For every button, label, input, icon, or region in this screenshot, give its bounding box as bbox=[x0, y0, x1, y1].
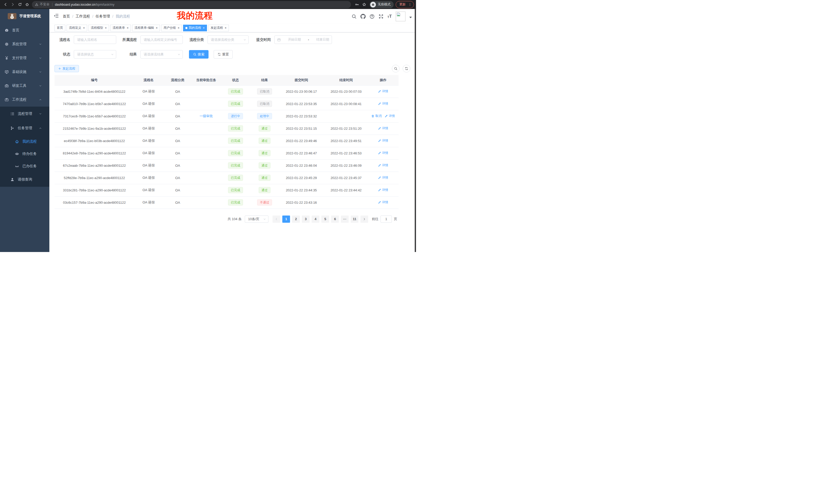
pagination-page-button[interactable]: 6 bbox=[331, 216, 339, 223]
cell-submit-time: 2022-01-22 23:44:35 bbox=[278, 184, 324, 196]
pagination-ellipsis[interactable]: ··· bbox=[341, 216, 349, 223]
detail-link[interactable]: 详情 bbox=[378, 138, 388, 143]
table-refresh-button[interactable] bbox=[402, 65, 410, 73]
cell-end-time: 2022-01-22 23:44:42 bbox=[324, 184, 368, 196]
detail-link[interactable]: 详情 bbox=[378, 102, 388, 106]
process-category-select[interactable]: 请选择流程分类 bbox=[207, 35, 249, 44]
edit-icon bbox=[378, 151, 381, 155]
detail-link[interactable]: 详情 bbox=[378, 126, 388, 131]
pagination-page-button[interactable]: 5 bbox=[321, 216, 329, 223]
pagination-prev-button[interactable] bbox=[272, 216, 280, 223]
help-icon[interactable] bbox=[369, 14, 374, 19]
search-button[interactable]: 搜索 bbox=[189, 50, 209, 59]
table-row: 2152467e-7b9b-11ec-9a1b-acde48001122OA 请… bbox=[54, 122, 398, 135]
avatar[interactable] bbox=[396, 11, 406, 21]
action-label: 详情 bbox=[382, 138, 388, 143]
sidebar-item-process-management[interactable]: 流程管理 bbox=[0, 107, 49, 121]
process-name-input[interactable] bbox=[74, 35, 116, 44]
detail-link[interactable]: 详情 bbox=[378, 200, 388, 204]
search-icon[interactable] bbox=[352, 14, 357, 19]
tab-user-group[interactable]: 用户分组× bbox=[161, 25, 182, 31]
app-logo[interactable]: 芋道管理系统 bbox=[0, 9, 49, 23]
result-select[interactable]: 请选择流结果 bbox=[140, 50, 183, 59]
cell-process-id: 03c6c157-7b9a-11ec-a290-acde48001122 bbox=[54, 196, 134, 208]
update-button[interactable]: 更新 bbox=[396, 1, 414, 8]
reset-button[interactable]: 重置 bbox=[214, 50, 233, 59]
password-key-button[interactable] bbox=[354, 1, 360, 8]
tab-close-icon[interactable]: × bbox=[178, 26, 179, 30]
start-process-button[interactable]: 发起流程 bbox=[54, 65, 79, 72]
github-icon[interactable] bbox=[361, 14, 366, 19]
navbar-actions: TT bbox=[352, 11, 412, 21]
detail-link[interactable]: 详情 bbox=[378, 151, 388, 155]
detail-link[interactable]: 详情 bbox=[378, 188, 388, 192]
cell-process-name: OA 请假 bbox=[134, 196, 163, 208]
page-size-select[interactable]: 10条/页 bbox=[245, 216, 268, 223]
scrollbar[interactable] bbox=[415, 9, 416, 252]
goto-page-input[interactable] bbox=[381, 216, 392, 223]
tab-close-icon[interactable]: × bbox=[105, 26, 107, 30]
address-bar[interactable]: 不安全 dashboard.yudao.iocoder.cn /bpm/task… bbox=[32, 1, 351, 8]
result-badge: 通过 bbox=[259, 138, 270, 144]
detail-link[interactable]: 详情 bbox=[378, 89, 388, 93]
sidebar-item-my-process[interactable]: 我的流程 bbox=[0, 135, 49, 148]
breadcrumb-item[interactable]: 首页 bbox=[63, 14, 70, 19]
tab-close-icon[interactable]: × bbox=[127, 26, 129, 30]
tab-process-model[interactable]: 流程模型× bbox=[88, 25, 109, 31]
fullscreen-icon[interactable] bbox=[379, 14, 384, 19]
tab-close-icon[interactable]: × bbox=[156, 26, 158, 30]
kebab-menu-icon[interactable] bbox=[408, 3, 412, 6]
pagination-page-button[interactable]: 11 bbox=[351, 216, 358, 223]
refresh-icon bbox=[405, 67, 408, 71]
sidebar-item-infrastructure[interactable]: 基础设施 bbox=[0, 65, 49, 79]
reload-button[interactable] bbox=[17, 2, 23, 8]
sidebar-item-workflow[interactable]: 工作流程 bbox=[0, 93, 49, 107]
cell-end-time: 2022-01-23 00:08:41 bbox=[324, 97, 368, 110]
breadcrumb-item: 我的流程 bbox=[116, 14, 130, 19]
pagination: 共 104 条10条/页123456···11前往页 bbox=[54, 216, 397, 223]
sidebar-item-system-management[interactable]: 系统管理 bbox=[0, 37, 49, 51]
browser-toolbar: 不安全 dashboard.yudao.iocoder.cn /bpm/task… bbox=[0, 0, 416, 9]
sidebar-item-task-management[interactable]: 任务管理 bbox=[0, 121, 49, 135]
forward-button[interactable] bbox=[9, 2, 16, 8]
current-task-link[interactable]: 一级审批 bbox=[200, 114, 213, 118]
sidebar-item-dev-tools[interactable]: 研发工具 bbox=[0, 79, 49, 93]
tab-close-icon[interactable]: × bbox=[225, 26, 227, 30]
tab-home[interactable]: 首页 bbox=[54, 25, 65, 31]
font-size-icon[interactable]: TT bbox=[387, 14, 392, 19]
cancel-link[interactable]: 取消 bbox=[371, 114, 382, 118]
calendar-icon bbox=[277, 38, 281, 41]
pagination-page-button[interactable]: 2 bbox=[292, 216, 300, 223]
pagination-next-button[interactable] bbox=[361, 216, 368, 223]
pagination-page-button[interactable]: 4 bbox=[312, 216, 319, 223]
detail-link[interactable]: 详情 bbox=[385, 114, 395, 118]
tab-process-form[interactable]: 流程表单× bbox=[110, 25, 131, 31]
pagination-goto: 前往页 bbox=[372, 216, 397, 223]
sidebar-item-home[interactable]: 首页 bbox=[0, 23, 49, 37]
submit-time-range-picker[interactable]: 开始日期 - 结束日期 bbox=[274, 35, 332, 44]
back-button[interactable] bbox=[2, 2, 9, 8]
sidebar-item-payment-management[interactable]: 支付管理 bbox=[0, 51, 49, 65]
bookmark-button[interactable] bbox=[361, 1, 367, 8]
sidebar-toggle-button[interactable] bbox=[53, 13, 59, 20]
detail-link[interactable]: 详情 bbox=[378, 163, 388, 167]
table-search-button[interactable] bbox=[392, 65, 399, 73]
tab-close-icon[interactable]: × bbox=[203, 26, 205, 30]
sidebar-item-todo-tasks[interactable]: 待办任务 bbox=[0, 148, 49, 160]
sidebar-item-leave-query[interactable]: 请假查询 bbox=[0, 172, 49, 187]
tab-close-icon[interactable]: × bbox=[83, 26, 85, 30]
pagination-page-button[interactable]: 3 bbox=[302, 216, 310, 223]
tab-my-process[interactable]: 我的流程× bbox=[183, 25, 207, 31]
process-definition-input[interactable] bbox=[140, 35, 183, 44]
tab-process-form-edit[interactable]: 流程表单-编辑× bbox=[132, 25, 160, 31]
avatar-caret-icon[interactable] bbox=[409, 17, 412, 20]
home-button[interactable] bbox=[24, 2, 30, 8]
sidebar-item-done-tasks[interactable]: 已办任务 bbox=[0, 160, 49, 172]
breadcrumb-item[interactable]: 工作流程 bbox=[76, 14, 90, 19]
pagination-page-button[interactable]: 1 bbox=[282, 216, 290, 223]
tab-start-process[interactable]: 发起流程× bbox=[208, 25, 229, 31]
status-select[interactable]: 请选择状态 bbox=[74, 50, 116, 59]
tab-process-definition[interactable]: 流程定义× bbox=[67, 25, 87, 31]
detail-link[interactable]: 详情 bbox=[378, 175, 388, 180]
breadcrumb-item[interactable]: 任务管理 bbox=[96, 14, 110, 19]
